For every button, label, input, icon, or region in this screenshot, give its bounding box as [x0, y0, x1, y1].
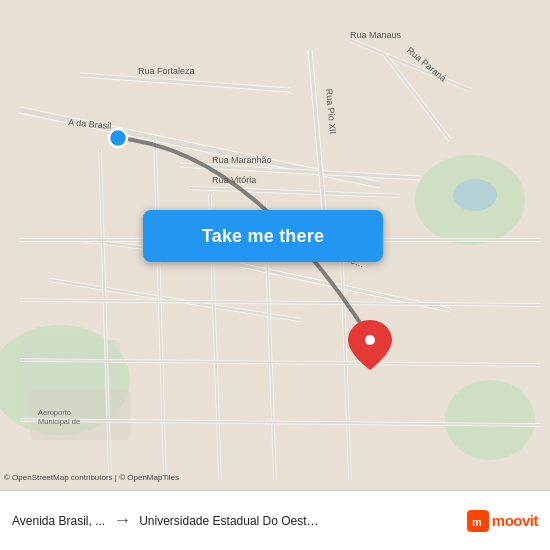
- svg-text:Rua Fortaleza: Rua Fortaleza: [138, 66, 195, 76]
- bottom-bar: Avenida Brasil, ... → Universidade Estad…: [0, 490, 550, 550]
- svg-text:Aeroporto: Aeroporto: [38, 408, 71, 417]
- take-me-there-button[interactable]: Take me there: [143, 210, 383, 262]
- svg-point-55: [109, 129, 127, 147]
- button-label: Take me there: [202, 226, 324, 247]
- svg-text:© OpenStreetMap contributors |: © OpenStreetMap contributors | © OpenMap…: [4, 473, 179, 482]
- svg-point-57: [365, 335, 375, 345]
- svg-text:Rua Manaus: Rua Manaus: [350, 30, 402, 40]
- moovit-m-icon: m: [471, 514, 485, 528]
- moovit-logo: m moovit: [467, 510, 538, 532]
- svg-text:Rua Maranhão: Rua Maranhão: [212, 155, 272, 165]
- svg-text:Municipal de: Municipal de: [38, 417, 80, 426]
- map-view: Rua Manaus Rua Fortaleza Rua Pio XII Rua…: [0, 0, 550, 490]
- svg-text:Rua Vitória: Rua Vitória: [212, 175, 256, 185]
- svg-point-3: [445, 380, 535, 460]
- origin-location: Avenida Brasil, ...: [12, 514, 105, 528]
- svg-point-6: [453, 179, 497, 211]
- moovit-logo-icon: m: [467, 510, 489, 532]
- svg-text:m: m: [472, 516, 482, 528]
- moovit-brand-name: moovit: [492, 512, 538, 529]
- destination-location: Universidade Estadual Do Oeste...: [139, 514, 319, 528]
- route-arrow-icon: →: [105, 510, 139, 531]
- route-info: Avenida Brasil, ... → Universidade Estad…: [12, 510, 459, 531]
